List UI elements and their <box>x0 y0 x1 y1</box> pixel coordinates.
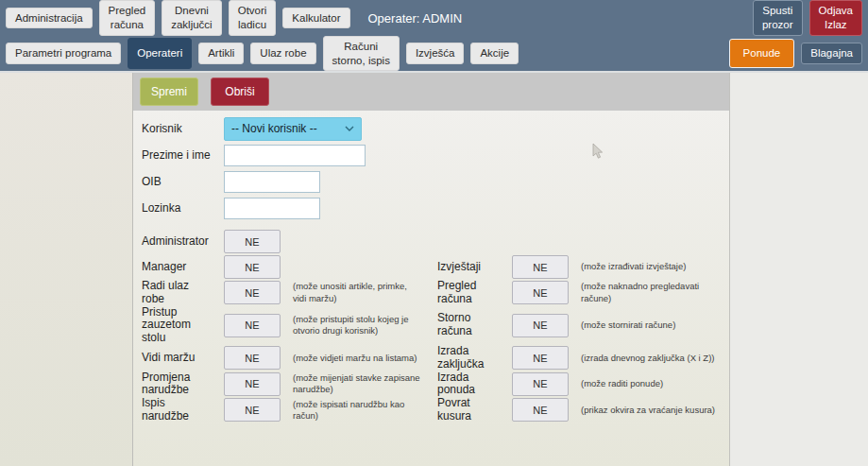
permission-label: Vidi maržu <box>142 352 212 365</box>
permission-toggle[interactable]: NE <box>224 314 281 337</box>
permission-hint: (može pristupiti stolu kojeg je otvorio … <box>293 314 425 337</box>
toolbar-button-administracija[interactable]: Administracija <box>6 8 93 29</box>
permission-toggle[interactable]: NE <box>224 372 281 396</box>
permission-label: Izvještaji <box>437 261 500 274</box>
toolbar-button-ponude[interactable]: Ponude <box>729 39 795 68</box>
toolbar-button-parametri-programa[interactable]: Parametri programa <box>6 43 121 64</box>
delete-button[interactable]: Obriši <box>211 78 269 106</box>
lozinka-label: Lozinka <box>142 201 212 215</box>
oib-label: OIB <box>142 175 212 188</box>
permission-toggle[interactable]: NE <box>224 230 281 253</box>
permission-toggle[interactable]: NE <box>512 281 569 304</box>
permission-row: Pristup zauzetom stolu NE (može pristupi… <box>142 306 729 345</box>
permission-label: Promjena narudžbe <box>142 371 212 398</box>
toolbar-button-pregled-ra-una[interactable]: Pregled računa <box>99 0 156 36</box>
permission-row: Manager NE Izvještaji NE (može izrađivat… <box>142 254 729 280</box>
permission-label: Radi ulaz robe <box>142 280 212 306</box>
permission-label: Pristup zauzetom stolu <box>142 306 212 345</box>
permission-hint: (može ispisati narudžbu kao račun) <box>293 399 425 423</box>
toolbar-button-operateri[interactable]: Operateri <box>128 38 192 69</box>
lozinka-row: Lozinka <box>142 195 729 221</box>
toolbar-button-odjava-izlaz[interactable]: Odjava Izlaz <box>809 0 862 36</box>
permission-row: Ispis narudžbe NE (može ispisati narudžb… <box>142 397 729 423</box>
permission-toggle[interactable]: NE <box>512 372 569 396</box>
permission-hint: (izrada dnevnog zaključka (X i Z)) <box>581 353 729 364</box>
prezime-row: Prezime i ime <box>142 142 729 168</box>
permission-label: Manager <box>142 261 212 274</box>
permission-hint: (može izrađivati izvještaje) <box>581 261 729 272</box>
permission-label: Pregled računa <box>437 280 500 306</box>
oib-row: OIB <box>142 168 729 195</box>
main-area: Spremi Obriši Korisnik -- Novi korisnik … <box>0 71 868 466</box>
permission-toggle[interactable]: NE <box>224 346 281 370</box>
prezime-input[interactable] <box>224 145 366 166</box>
permission-toggle[interactable]: NE <box>512 398 569 422</box>
permission-label: Ispis narudžbe <box>142 397 212 423</box>
toolbar-button-artikli[interactable]: Artikli <box>198 43 244 64</box>
korisnik-dropdown-value: -- Novi korisnik -- <box>231 122 317 135</box>
permission-hint: (može naknadno pregledavati račune) <box>581 281 729 304</box>
operator-form: Korisnik -- Novi korisnik -- Prezime i i… <box>133 111 729 423</box>
permission-toggle[interactable]: NE <box>224 255 281 279</box>
toolbar-button-spusti-prozor[interactable]: Spusti prozor <box>753 0 803 36</box>
permission-hint: (može raditi ponude) <box>581 378 729 389</box>
korisnik-dropdown[interactable]: -- Novi korisnik -- <box>224 117 362 141</box>
toolbar-button-akcije[interactable]: Akcije <box>470 43 519 64</box>
chevron-down-icon <box>345 126 354 131</box>
right-margin <box>730 73 868 466</box>
permission-hint: (može stornirati račune) <box>581 319 729 331</box>
toolbar-button-blagajna[interactable]: Blagajna <box>801 43 862 64</box>
permission-row: Administrator NE <box>142 229 729 254</box>
permission-label: Izrada zaključka <box>437 345 500 371</box>
operator-editor-panel: Spremi Obriši Korisnik -- Novi korisnik … <box>133 73 730 466</box>
nav-toolbar: Parametri programaOperateriArtikliUlaz r… <box>0 36 868 71</box>
operator-status-label: Operater: ADMIN <box>368 11 463 26</box>
permission-label: Storno računa <box>437 312 500 338</box>
permission-toggle[interactable]: NE <box>512 255 569 279</box>
toolbar-button-dnevni-zaklju-ci[interactable]: Dnevni zaključci <box>162 0 221 36</box>
panel-action-bar: Spremi Obriši <box>133 73 729 111</box>
permission-label: Administrator <box>142 235 212 249</box>
permission-toggle[interactable]: NE <box>224 398 281 422</box>
prezime-label: Prezime i ime <box>142 148 212 162</box>
permission-row: Promjena narudžbe NE (može mijenjati sta… <box>142 371 729 398</box>
toolbar-button-kalkulator[interactable]: Kalkulator <box>282 8 349 29</box>
permissions-grid: Administrator NE Manager NE Izvještaji N… <box>142 229 729 423</box>
permission-row: Vidi maržu NE (može vidjeti maržu na lis… <box>142 345 729 371</box>
oib-input[interactable] <box>224 171 320 193</box>
permission-hint: (može vidjeti maržu na listama) <box>293 353 425 364</box>
save-button[interactable]: Spremi <box>140 78 198 106</box>
permission-hint: (prikaz okvira za vraćanje kusura) <box>581 405 729 416</box>
permission-row: Radi ulaz robe NE (može unositi artikle,… <box>142 280 729 306</box>
korisnik-row: Korisnik -- Novi korisnik -- <box>142 115 729 142</box>
toolbar-button-ulaz-robe[interactable]: Ulaz robe <box>250 43 315 64</box>
permission-toggle[interactable]: NE <box>224 281 281 304</box>
permission-label: Povrat kusura <box>437 397 500 423</box>
permission-toggle[interactable]: NE <box>512 346 569 370</box>
toolbar-button-izvje-a[interactable]: Izvješća <box>406 43 465 64</box>
app-window: { "topbar": { "buttons": [ {"label": "Ad… <box>0 0 868 466</box>
top-toolbar: AdministracijaPregled računaDnevni zaklj… <box>0 0 868 36</box>
permission-label: Izrada ponuda <box>437 371 500 398</box>
lozinka-input[interactable] <box>224 198 320 219</box>
korisnik-label: Korisnik <box>142 122 212 135</box>
toolbar-button-ra-uni-storno-ispis[interactable]: Računi storno, ispis <box>323 36 400 72</box>
permission-toggle[interactable]: NE <box>512 314 569 337</box>
permission-hint: (može unositi artikle, primke, vidi marž… <box>293 281 425 304</box>
toolbar-button-otvori-ladicu[interactable]: Otvori ladicu <box>229 0 277 36</box>
left-margin <box>0 73 133 466</box>
permission-hint: (može mijenjati stavke zapisane narudžbe… <box>293 372 425 396</box>
